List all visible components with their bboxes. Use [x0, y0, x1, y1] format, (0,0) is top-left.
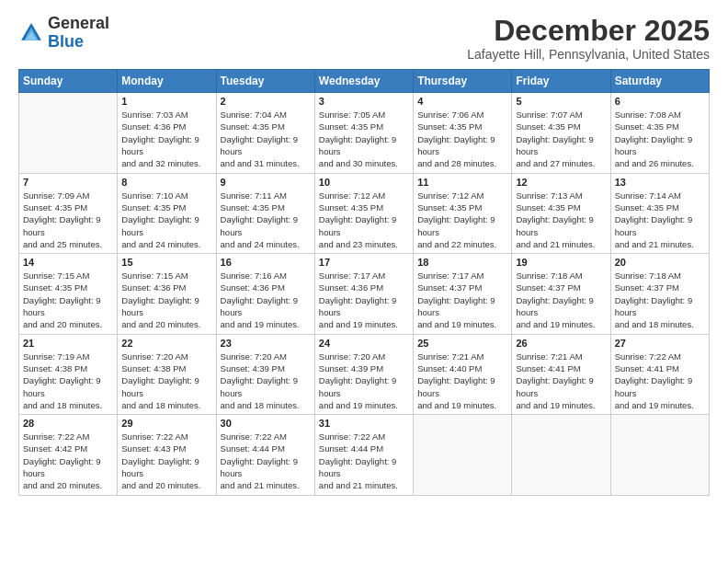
- sunrise-text: Sunrise: 7:03 AM: [121, 109, 211, 121]
- daylight-text-2: and and 32 minutes.: [121, 157, 211, 169]
- logo-general: General: [48, 14, 109, 32]
- week-row-4: 21Sunrise: 7:19 AMSunset: 4:38 PMDayligh…: [19, 334, 710, 414]
- daylight-text-2: and and 19 minutes.: [417, 318, 507, 330]
- calendar-cell: 22Sunrise: 7:20 AMSunset: 4:38 PMDayligh…: [118, 334, 216, 414]
- sunrise-text: Sunrise: 7:22 AM: [23, 431, 113, 442]
- day-number: 6: [615, 96, 705, 107]
- sunrise-text: Sunrise: 7:17 AM: [319, 270, 409, 282]
- day-info: Sunrise: 7:15 AMSunset: 4:36 PMDaylight:…: [121, 270, 211, 330]
- day-info: Sunrise: 7:04 AMSunset: 4:35 PMDaylight:…: [221, 109, 311, 169]
- daylight-text-2: and and 21 minutes.: [615, 238, 705, 250]
- sunrise-text: Sunrise: 7:19 AM: [23, 350, 113, 362]
- daylight-text-1: Daylight: Daylight: 9 hours: [615, 133, 705, 158]
- calendar-cell: 30Sunrise: 7:22 AMSunset: 4:44 PMDayligh…: [216, 415, 314, 495]
- sunrise-text: Sunrise: 7:22 AM: [221, 431, 311, 442]
- calendar-cell: 21Sunrise: 7:19 AMSunset: 4:38 PMDayligh…: [19, 334, 118, 414]
- calendar-cell: 11Sunrise: 7:12 AMSunset: 4:35 PMDayligh…: [414, 173, 512, 253]
- day-info: Sunrise: 7:05 AMSunset: 4:35 PMDaylight:…: [319, 109, 409, 169]
- sunset-text: Sunset: 4:35 PM: [23, 201, 113, 213]
- day-number: 8: [121, 177, 211, 188]
- sunrise-text: Sunrise: 7:20 AM: [319, 350, 409, 362]
- daylight-text-1: Daylight: Daylight: 9 hours: [221, 294, 311, 319]
- logo-icon: [18, 20, 44, 46]
- weekday-header-saturday: Saturday: [610, 70, 709, 93]
- daylight-text-1: Daylight: Daylight: 9 hours: [221, 133, 311, 158]
- daylight-text-1: Daylight: Daylight: 9 hours: [615, 213, 705, 238]
- daylight-text-1: Daylight: Daylight: 9 hours: [23, 455, 113, 480]
- day-info: Sunrise: 7:19 AMSunset: 4:38 PMDaylight:…: [23, 350, 113, 411]
- sunrise-text: Sunrise: 7:09 AM: [23, 190, 113, 201]
- calendar-cell: [414, 415, 512, 495]
- calendar-cell: 7Sunrise: 7:09 AMSunset: 4:35 PMDaylight…: [19, 173, 118, 253]
- daylight-text-1: Daylight: Daylight: 9 hours: [23, 213, 113, 238]
- day-info: Sunrise: 7:06 AMSunset: 4:35 PMDaylight:…: [417, 109, 507, 169]
- daylight-text-2: and and 20 minutes.: [23, 318, 113, 330]
- calendar-cell: 23Sunrise: 7:20 AMSunset: 4:39 PMDayligh…: [216, 334, 314, 414]
- calendar-cell: 12Sunrise: 7:13 AMSunset: 4:35 PMDayligh…: [512, 173, 610, 253]
- day-number: 29: [121, 418, 211, 429]
- location: Lafayette Hill, Pennsylvania, United Sta…: [467, 47, 710, 62]
- sunset-text: Sunset: 4:41 PM: [516, 362, 606, 374]
- day-number: 30: [221, 418, 311, 429]
- calendar-cell: 3Sunrise: 7:05 AMSunset: 4:35 PMDaylight…: [314, 93, 413, 173]
- sunset-text: Sunset: 4:41 PM: [615, 362, 705, 374]
- day-info: Sunrise: 7:22 AMSunset: 4:42 PMDaylight:…: [23, 431, 113, 491]
- day-info: Sunrise: 7:22 AMSunset: 4:41 PMDaylight:…: [615, 350, 705, 411]
- calendar-cell: [610, 415, 709, 495]
- day-number: 17: [319, 257, 409, 268]
- sunset-text: Sunset: 4:35 PM: [319, 201, 409, 213]
- calendar-cell: 14Sunrise: 7:15 AMSunset: 4:35 PMDayligh…: [19, 254, 118, 334]
- sunrise-text: Sunrise: 7:14 AM: [615, 190, 705, 201]
- day-info: Sunrise: 7:12 AMSunset: 4:35 PMDaylight:…: [417, 190, 507, 250]
- daylight-text-2: and and 20 minutes.: [121, 479, 211, 491]
- sunset-text: Sunset: 4:35 PM: [23, 282, 113, 293]
- page: General Blue December 2025 Lafayette Hil…: [0, 0, 728, 563]
- daylight-text-2: and and 20 minutes.: [121, 318, 211, 330]
- day-info: Sunrise: 7:22 AMSunset: 4:44 PMDaylight:…: [319, 431, 409, 491]
- day-info: Sunrise: 7:12 AMSunset: 4:35 PMDaylight:…: [319, 190, 409, 250]
- sunrise-text: Sunrise: 7:07 AM: [516, 109, 606, 121]
- daylight-text-1: Daylight: Daylight: 9 hours: [121, 455, 211, 480]
- day-info: Sunrise: 7:03 AMSunset: 4:36 PMDaylight:…: [121, 109, 211, 169]
- day-number: 26: [516, 338, 606, 349]
- logo-text: General Blue: [48, 15, 109, 52]
- sunset-text: Sunset: 4:44 PM: [319, 442, 409, 454]
- day-info: Sunrise: 7:15 AMSunset: 4:35 PMDaylight:…: [23, 270, 113, 330]
- day-info: Sunrise: 7:10 AMSunset: 4:35 PMDaylight:…: [121, 190, 211, 250]
- sunrise-text: Sunrise: 7:20 AM: [121, 350, 211, 362]
- calendar-cell: 6Sunrise: 7:08 AMSunset: 4:35 PMDaylight…: [610, 93, 709, 173]
- calendar-cell: 2Sunrise: 7:04 AMSunset: 4:35 PMDaylight…: [216, 93, 314, 173]
- sunset-text: Sunset: 4:39 PM: [221, 362, 311, 374]
- sunset-text: Sunset: 4:43 PM: [121, 442, 211, 454]
- day-number: 13: [615, 177, 705, 188]
- daylight-text-2: and and 19 minutes.: [417, 399, 507, 411]
- calendar-cell: 26Sunrise: 7:21 AMSunset: 4:41 PMDayligh…: [512, 334, 610, 414]
- calendar-cell: 25Sunrise: 7:21 AMSunset: 4:40 PMDayligh…: [414, 334, 512, 414]
- day-number: 3: [319, 96, 409, 107]
- daylight-text-1: Daylight: Daylight: 9 hours: [319, 133, 409, 158]
- day-number: 2: [221, 96, 311, 107]
- sunrise-text: Sunrise: 7:22 AM: [121, 431, 211, 442]
- calendar-cell: 15Sunrise: 7:15 AMSunset: 4:36 PMDayligh…: [118, 254, 216, 334]
- sunset-text: Sunset: 4:36 PM: [319, 282, 409, 293]
- sunset-text: Sunset: 4:35 PM: [516, 201, 606, 213]
- daylight-text-1: Daylight: Daylight: 9 hours: [417, 374, 507, 399]
- day-info: Sunrise: 7:13 AMSunset: 4:35 PMDaylight:…: [516, 190, 606, 250]
- day-number: 28: [23, 418, 113, 429]
- day-info: Sunrise: 7:21 AMSunset: 4:41 PMDaylight:…: [516, 350, 606, 411]
- weekday-header-row: SundayMondayTuesdayWednesdayThursdayFrid…: [19, 70, 710, 93]
- month-title: December 2025: [467, 15, 710, 47]
- sunset-text: Sunset: 4:35 PM: [615, 121, 705, 132]
- daylight-text-1: Daylight: Daylight: 9 hours: [417, 133, 507, 158]
- daylight-text-1: Daylight: Daylight: 9 hours: [417, 213, 507, 238]
- calendar-cell: 17Sunrise: 7:17 AMSunset: 4:36 PMDayligh…: [314, 254, 413, 334]
- sunset-text: Sunset: 4:44 PM: [221, 442, 311, 454]
- sunrise-text: Sunrise: 7:16 AM: [221, 270, 311, 282]
- day-number: 16: [221, 257, 311, 268]
- day-info: Sunrise: 7:11 AMSunset: 4:35 PMDaylight:…: [221, 190, 311, 250]
- day-info: Sunrise: 7:08 AMSunset: 4:35 PMDaylight:…: [615, 109, 705, 169]
- calendar-cell: [512, 415, 610, 495]
- sunset-text: Sunset: 4:37 PM: [417, 282, 507, 293]
- day-number: 1: [121, 96, 211, 107]
- daylight-text-1: Daylight: Daylight: 9 hours: [615, 374, 705, 399]
